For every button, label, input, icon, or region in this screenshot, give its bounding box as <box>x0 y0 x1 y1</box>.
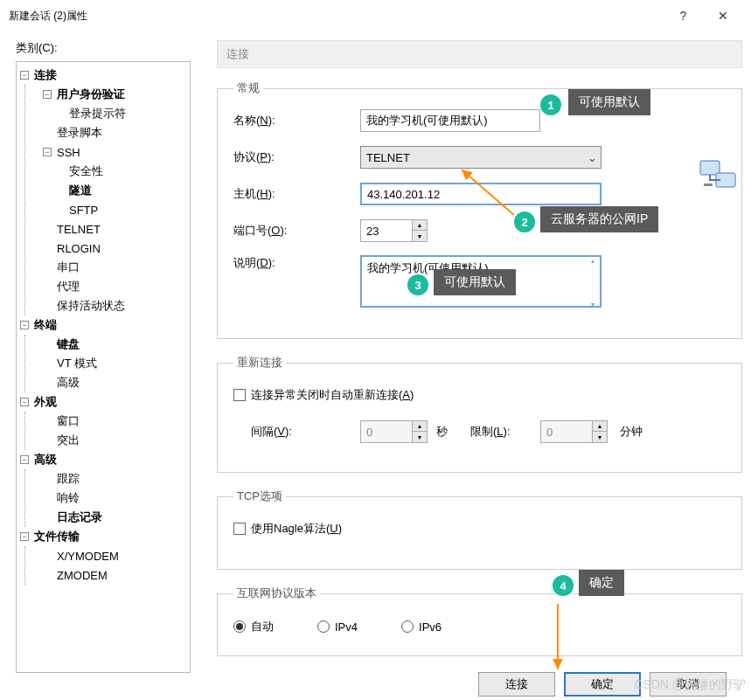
ipv6-radio[interactable]: IPv6 <box>401 620 442 634</box>
scrollbar[interactable]: ▴▾ <box>586 257 600 308</box>
tree-highlight[interactable]: 突出 <box>55 432 81 449</box>
general-legend: 常规 <box>233 80 263 96</box>
tree-filetransfer[interactable]: 文件传输 <box>32 528 81 545</box>
annotation-callout-2: 云服务器的公网IP <box>540 206 658 232</box>
collapse-icon[interactable]: − <box>20 532 29 541</box>
limit-spinner: ▲▼ <box>540 420 608 443</box>
panel-title: 连接 <box>217 40 742 68</box>
svg-rect-0 <box>700 161 720 175</box>
limit-label: 限制(L): <box>470 424 540 440</box>
tree-vtmode[interactable]: VT 模式 <box>55 355 99 372</box>
window-title: 新建会话 (2)属性 <box>9 9 664 24</box>
tree-advanced[interactable]: 高级 <box>32 451 59 468</box>
ipv-auto-radio[interactable]: 自动 <box>233 619 274 634</box>
desc-label: 说明(D): <box>233 255 360 271</box>
category-label: 类别(C): <box>16 40 191 56</box>
tree-telnet[interactable]: TELNET <box>55 222 102 237</box>
tree-ssh[interactable]: SSH <box>55 145 82 160</box>
collapse-icon[interactable]: − <box>20 71 29 80</box>
reconnect-legend: 重新连接 <box>233 355 286 371</box>
minutes-label: 分钟 <box>620 424 643 440</box>
tree-security[interactable]: 安全性 <box>67 163 105 180</box>
tree-xymodem[interactable]: X/YMODEM <box>55 549 121 564</box>
interval-label: 间隔(V): <box>251 424 360 440</box>
ipv4-radio[interactable]: IPv4 <box>317 620 358 634</box>
title-bar: 新建会话 (2)属性 ? ✕ <box>0 0 751 31</box>
tcp-group: TCP选项 使用Nagle算法(U) <box>217 489 742 570</box>
port-label: 端口号(O): <box>233 223 360 239</box>
tree-auth[interactable]: 用户身份验证 <box>55 86 127 103</box>
tree-logging[interactable]: 日志记录 <box>55 509 104 526</box>
host-input[interactable] <box>360 183 601 205</box>
annotation-badge-3: 3 <box>407 274 428 295</box>
interval-spinner: ▲▼ <box>360 420 428 443</box>
tree-terminal[interactable]: 终端 <box>32 316 59 334</box>
port-spinner[interactable]: ▲▼ <box>360 219 428 242</box>
collapse-icon[interactable]: − <box>20 321 29 329</box>
tree-proxy[interactable]: 代理 <box>55 278 81 295</box>
nagle-checkbox[interactable]: 使用Nagle算法(U) <box>233 521 342 537</box>
tree-bell[interactable]: 响铃 <box>55 489 81 507</box>
collapse-icon[interactable]: − <box>20 398 29 406</box>
tcp-legend: TCP选项 <box>233 489 286 504</box>
tree-serial[interactable]: 串口 <box>55 259 81 276</box>
tree-login-prompt[interactable]: 登录提示符 <box>67 105 128 122</box>
spin-down-icon[interactable]: ▼ <box>413 231 427 241</box>
tree-keepalive[interactable]: 保持活动状态 <box>55 297 127 315</box>
seconds-label: 秒 <box>436 424 448 440</box>
spin-up-icon[interactable]: ▲ <box>413 220 427 231</box>
collapse-icon[interactable]: − <box>43 148 52 156</box>
ipv-group: 互联网协议版本 自动 IPv4 IPv6 <box>217 586 742 656</box>
ipv-legend: 互联网协议版本 <box>233 586 320 601</box>
svg-rect-2 <box>704 184 713 186</box>
auto-reconnect-checkbox[interactable]: 连接异常关闭时自动重新连接(A) <box>233 387 414 403</box>
name-label: 名称(N): <box>233 113 360 128</box>
protocol-select[interactable]: TELNET⌄ <box>360 146 601 169</box>
tree-appearance[interactable]: 外观 <box>32 393 59 411</box>
category-tree[interactable]: −连接 −用户身份验证 登录提示符 登录脚本 −SSH 安全性 隧道 SFTP … <box>16 61 191 673</box>
tree-login-script[interactable]: 登录脚本 <box>55 124 104 142</box>
tree-trace[interactable]: 跟踪 <box>55 470 81 488</box>
annotation-badge-4: 4 <box>553 575 574 596</box>
tree-advanced-t[interactable]: 高级 <box>55 374 81 392</box>
collapse-icon[interactable]: − <box>43 90 52 99</box>
annotation-callout-3: 可使用默认 <box>434 269 516 295</box>
reconnect-group: 重新连接 连接异常关闭时自动重新连接(A) 间隔(V): ▲▼ 秒 限制(L):… <box>217 355 742 473</box>
tree-tunnel[interactable]: 隧道 <box>67 182 94 199</box>
host-label: 主机(H): <box>233 186 360 202</box>
name-input[interactable] <box>360 109 540 132</box>
general-group: 常规 名称(N): 协议(P): TELNET⌄ 主机(H): 端口号(O): … <box>217 80 742 339</box>
annotation-badge-2: 2 <box>514 211 535 232</box>
tree-zmodem[interactable]: ZMODEM <box>55 568 109 583</box>
watermark: CSDN @脱缰的野驴 <box>634 677 746 693</box>
protocol-label: 协议(P): <box>233 149 360 165</box>
ok-button[interactable]: 确定 <box>564 672 641 697</box>
help-button[interactable]: ? <box>664 3 703 29</box>
annotation-badge-1: 1 <box>540 94 561 115</box>
connect-button[interactable]: 连接 <box>478 672 555 697</box>
chevron-down-icon: ⌄ <box>583 151 601 164</box>
tree-sftp[interactable]: SFTP <box>67 203 100 218</box>
annotation-callout-4: 确定 <box>579 570 624 596</box>
tree-window[interactable]: 窗口 <box>55 412 81 430</box>
network-icon <box>697 156 739 198</box>
tree-rlogin[interactable]: RLOGIN <box>55 241 102 256</box>
close-button[interactable]: ✕ <box>703 3 742 29</box>
collapse-icon[interactable]: − <box>20 455 29 464</box>
annotation-callout-1: 可使用默认 <box>568 89 650 115</box>
tree-connection[interactable]: 连接 <box>32 66 59 84</box>
tree-keyboard[interactable]: 键盘 <box>55 336 81 353</box>
